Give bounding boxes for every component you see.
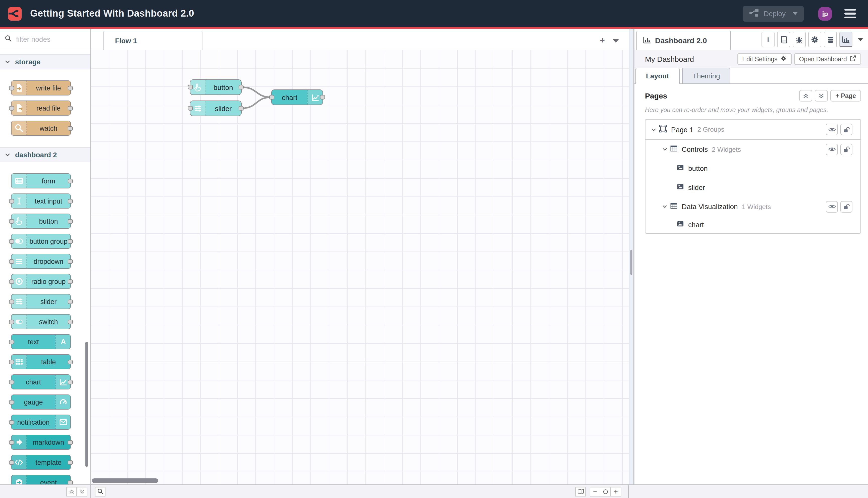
input-port[interactable] [9, 400, 14, 404]
zoom-reset-button[interactable] [600, 487, 611, 496]
panel-list-caret-icon[interactable] [858, 38, 863, 41]
output-port[interactable] [68, 299, 73, 304]
lock-button[interactable] [840, 201, 852, 212]
output-port[interactable] [68, 219, 73, 223]
output-port[interactable] [68, 359, 73, 364]
palette-node-dropdown[interactable]: dropdown [11, 254, 71, 269]
palette-node-read-file[interactable]: read file [11, 101, 71, 116]
input-port[interactable] [9, 359, 14, 364]
input-port[interactable] [9, 239, 14, 244]
palette-search[interactable] [0, 29, 90, 50]
output-port[interactable] [239, 85, 244, 90]
dashboard-panel-icon[interactable] [839, 32, 852, 47]
output-port[interactable] [68, 179, 73, 183]
output-port[interactable] [68, 279, 73, 284]
visibility-button[interactable] [826, 201, 838, 212]
input-port[interactable] [9, 339, 14, 344]
tree-row-widget-button[interactable]: button [645, 159, 860, 178]
output-port[interactable] [68, 480, 73, 484]
add-flow-button[interactable]: + [600, 36, 605, 45]
canvas-horizontal-scrollbar[interactable] [92, 479, 158, 483]
avatar[interactable]: jp [818, 7, 832, 21]
visibility-button[interactable] [826, 123, 838, 135]
palette-collapse-all-button[interactable] [66, 487, 77, 496]
open-dashboard-button[interactable]: Open Dashboard [794, 53, 861, 65]
palette-node-template[interactable]: template [11, 455, 71, 470]
output-port[interactable] [68, 380, 73, 384]
input-port[interactable] [188, 85, 193, 90]
palette-node-text[interactable]: A text [11, 334, 71, 349]
output-port[interactable] [68, 460, 73, 464]
palette-expand-all-button[interactable] [77, 487, 88, 496]
book-icon[interactable] [777, 32, 790, 47]
output-port[interactable] [68, 239, 73, 244]
flow-list-caret-icon[interactable] [613, 39, 619, 43]
main-menu-button[interactable] [844, 9, 856, 18]
layers-icon[interactable] [824, 32, 837, 47]
palette-node-gauge[interactable]: gauge [11, 394, 71, 409]
canvas-vertical-scrollbar[interactable] [630, 250, 632, 275]
input-port[interactable] [9, 259, 14, 264]
palette-node-slider[interactable]: slider [11, 294, 71, 309]
palette-node-radio-group[interactable]: radio group [11, 274, 71, 289]
input-port[interactable] [9, 199, 14, 203]
chevron-down-icon[interactable] [652, 128, 656, 131]
tree-row-widget-chart[interactable]: chart [645, 216, 860, 233]
palette-node-event[interactable]: event [11, 475, 71, 484]
palette-scrollbar[interactable] [85, 342, 88, 467]
tree-row-page-1[interactable]: Page 1 2 Groups [645, 120, 860, 140]
lock-button[interactable] [840, 123, 852, 135]
palette-node-markdown[interactable]: markdown [11, 435, 71, 450]
output-port[interactable] [68, 106, 73, 110]
tab-layout[interactable]: Layout [636, 68, 680, 84]
output-port[interactable] [239, 106, 244, 110]
chevron-down-icon[interactable] [663, 205, 667, 208]
palette-node-button-group[interactable]: button group [11, 234, 71, 249]
output-port[interactable] [320, 95, 325, 100]
input-port[interactable] [9, 380, 14, 384]
palette-node-text-input[interactable]: text input [11, 194, 71, 209]
tab-theming[interactable]: Theming [682, 68, 731, 84]
palette-node-form[interactable]: form [11, 173, 71, 188]
palette-node-table[interactable]: table [11, 354, 71, 369]
chevron-down-icon[interactable] [663, 148, 667, 151]
category-dashboard-2[interactable]: dashboard 2 [0, 147, 90, 162]
output-port[interactable] [68, 259, 73, 264]
palette-node-button[interactable]: button [11, 213, 71, 228]
filter-nodes-input[interactable] [15, 35, 80, 44]
palette-node-switch[interactable]: switch [11, 314, 71, 329]
add-page-button[interactable]: + Page [831, 90, 861, 102]
palette-node-notification[interactable]: notification [11, 415, 71, 430]
input-port[interactable] [9, 279, 14, 284]
canvas-search-button[interactable] [95, 487, 106, 496]
input-port[interactable] [188, 106, 193, 110]
palette-node-watch[interactable]: watch [11, 121, 71, 136]
expand-all-button[interactable] [815, 90, 828, 102]
edit-settings-button[interactable]: Edit Settings [737, 53, 791, 65]
deploy-options-caret-icon[interactable] [793, 12, 798, 15]
info-icon[interactable]: i [762, 32, 775, 47]
input-port[interactable] [9, 299, 14, 304]
palette-node-write-file[interactable]: write file [11, 80, 71, 95]
minimap-button[interactable] [575, 487, 586, 496]
input-port[interactable] [9, 460, 14, 464]
category-storage[interactable]: storage [0, 54, 90, 69]
lock-button[interactable] [840, 143, 852, 155]
palette-node-chart[interactable]: chart [11, 375, 71, 390]
input-port[interactable] [9, 440, 14, 445]
flow-node-button[interactable]: button [190, 79, 242, 95]
output-port[interactable] [68, 440, 73, 445]
collapse-all-button[interactable] [799, 90, 813, 102]
input-port[interactable] [269, 95, 274, 100]
flow-node-slider[interactable]: slider [190, 101, 242, 116]
visibility-button[interactable] [826, 143, 838, 155]
flow-canvas[interactable]: button slider chart [91, 50, 629, 484]
output-port[interactable] [68, 126, 73, 130]
zoom-out-button[interactable]: − [590, 487, 600, 496]
flow-node-chart[interactable]: chart [271, 90, 323, 105]
output-port[interactable] [68, 199, 73, 203]
input-port[interactable] [9, 86, 14, 90]
bug-icon[interactable] [793, 32, 806, 47]
tab-dashboard-2[interactable]: Dashboard 2.0 [637, 31, 731, 50]
zoom-in-button[interactable]: + [611, 487, 622, 496]
